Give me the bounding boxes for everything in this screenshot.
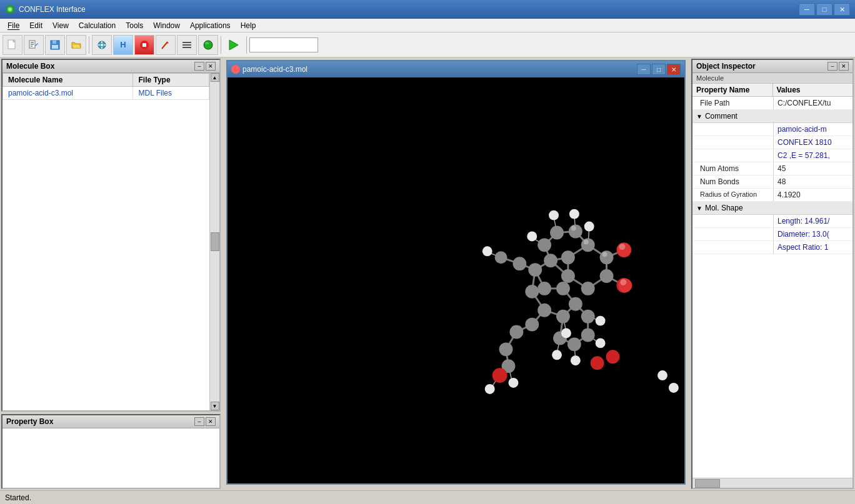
molecule-table: Molecule Name File Type pamoic-acid-c3.m… bbox=[2, 73, 209, 410]
comment-arrow-icon: ▼ bbox=[696, 113, 702, 120]
menu-edit[interactable]: Edit bbox=[24, 19, 48, 32]
inspector-val-comment3: C2 ,E = 57.281, bbox=[774, 149, 852, 162]
svg-point-126 bbox=[602, 252, 608, 257]
inspector-key-empty1 bbox=[692, 123, 774, 136]
scroll-thumb[interactable] bbox=[211, 232, 219, 251]
inspector-val-diameter: Diameter: 13.0( bbox=[774, 228, 852, 240]
menu-applications[interactable]: Applications bbox=[185, 19, 236, 32]
toolbar-search-input[interactable] bbox=[249, 37, 318, 52]
mol-minimize-btn[interactable]: ─ bbox=[637, 64, 651, 75]
toolbar-open-button[interactable] bbox=[66, 35, 86, 55]
mol-maximize-btn[interactable]: □ bbox=[652, 64, 666, 75]
property-box-header: Property Box – ✕ bbox=[2, 415, 219, 428]
title-bar: CONFLEX Interface ─ □ ✕ bbox=[0, 0, 855, 19]
inspector-row-numbonds: Num Bonds 48 bbox=[692, 175, 852, 189]
inspector-molshape-val3: Aspect Ratio: 1 bbox=[692, 241, 852, 254]
toolbar-draw-button[interactable] bbox=[156, 35, 176, 55]
molshape-arrow-icon: ▼ bbox=[696, 205, 702, 212]
minimize-button[interactable]: ─ bbox=[799, 3, 815, 16]
svg-rect-19 bbox=[142, 43, 146, 47]
molecule-box-header: Molecule Box – ✕ bbox=[2, 60, 219, 73]
inspector-columns: Property Name Values bbox=[692, 84, 852, 97]
table-row[interactable]: pamoic-acid-c3.mol MDL Files bbox=[3, 87, 209, 100]
inspector-molshape-val1: Length: 14.961/ bbox=[692, 215, 852, 228]
toolbar-hydrogen-button[interactable]: H bbox=[113, 35, 133, 55]
inspector-key-numatoms: Num Atoms bbox=[692, 162, 774, 175]
svg-point-127 bbox=[571, 226, 576, 231]
inspector-section-molshape[interactable]: ▼ Mol. Shape bbox=[692, 202, 852, 215]
svg-point-94 bbox=[556, 282, 570, 295]
menu-bar: File Edit View Calculation Tools Window … bbox=[0, 19, 855, 32]
svg-point-128 bbox=[619, 244, 625, 250]
toolbar-new-button[interactable] bbox=[2, 35, 22, 55]
inspector-minimize[interactable]: – bbox=[828, 62, 838, 71]
inspector-comment-val2: CONFLEX 1810 bbox=[692, 136, 852, 149]
molecule-box-minimize[interactable]: – bbox=[194, 62, 204, 71]
inspector-val-aspect: Aspect Ratio: 1 bbox=[774, 241, 852, 254]
svg-point-120 bbox=[508, 378, 518, 388]
menu-file[interactable]: File bbox=[2, 19, 24, 32]
mol-name-cell: pamoic-acid-c3.mol bbox=[3, 87, 133, 100]
property-box-close[interactable]: ✕ bbox=[206, 417, 216, 426]
inspector-val-numbonds: 48 bbox=[774, 175, 852, 188]
mol-close-btn[interactable]: ✕ bbox=[667, 64, 681, 75]
inspector-key-gyration: Radius of Gyration bbox=[692, 189, 774, 201]
inspector-comment-val3: C2 ,E = 57.281, bbox=[692, 149, 852, 162]
svg-point-121 bbox=[485, 384, 495, 394]
molecule-box-scrollbar[interactable]: ▲ ▼ bbox=[209, 73, 219, 410]
inspector-section-comment[interactable]: ▼ Comment bbox=[692, 110, 852, 123]
inspector-content: File Path C:/CONFLEX/tu ▼ Comment pamoic… bbox=[692, 97, 852, 478]
center-panel: pamoic-acid-c3.mol ─ □ ✕ bbox=[222, 57, 690, 490]
left-panel: Molecule Box – ✕ Molecule Name File Type bbox=[0, 57, 222, 490]
svg-point-107 bbox=[606, 350, 620, 363]
svg-point-112 bbox=[569, 209, 579, 219]
svg-point-85 bbox=[538, 238, 551, 252]
inspector-close[interactable]: ✕ bbox=[839, 62, 849, 71]
mol-type-cell: MDL Files bbox=[133, 87, 209, 100]
svg-point-122 bbox=[561, 329, 571, 338]
svg-rect-22 bbox=[182, 42, 191, 43]
svg-point-129 bbox=[620, 279, 626, 285]
svg-point-106 bbox=[492, 368, 508, 383]
svg-point-81 bbox=[561, 269, 575, 283]
svg-point-118 bbox=[571, 355, 581, 365]
toolbar-tools-button[interactable] bbox=[92, 35, 112, 55]
svg-point-98 bbox=[568, 337, 581, 351]
scroll-up-arrow[interactable]: ▲ bbox=[211, 73, 219, 82]
toolbar-sphere-button[interactable] bbox=[198, 35, 218, 55]
inspector-hscrollbar[interactable] bbox=[692, 478, 852, 488]
hscroll-thumb[interactable] bbox=[695, 479, 720, 488]
close-button[interactable]: ✕ bbox=[834, 3, 850, 16]
mol-col-type: File Type bbox=[133, 74, 209, 87]
toolbar-stop-button[interactable] bbox=[134, 35, 154, 55]
molecule-box-title: Molecule Box bbox=[6, 62, 54, 71]
svg-point-92 bbox=[556, 310, 570, 324]
svg-point-84 bbox=[550, 226, 564, 240]
toolbar-menu-button[interactable] bbox=[177, 35, 197, 55]
inspector-val-filepath: C:/CONFLEX/tu bbox=[774, 97, 852, 109]
molecule-box-close[interactable]: ✕ bbox=[206, 62, 216, 71]
svg-point-102 bbox=[499, 342, 513, 356]
inspector-val-numatoms: 45 bbox=[774, 162, 852, 175]
inspector-key-diameter bbox=[692, 228, 774, 240]
inspector-key-numbonds: Num Bonds bbox=[692, 175, 774, 188]
toolbar-edit-button[interactable] bbox=[24, 35, 44, 55]
toolbar-separator-1 bbox=[89, 36, 89, 54]
maximize-button[interactable]: □ bbox=[816, 3, 832, 16]
title-bar-controls: ─ □ ✕ bbox=[799, 3, 850, 16]
property-box-content bbox=[2, 428, 219, 488]
svg-point-113 bbox=[549, 210, 559, 220]
toolbar-run-button[interactable] bbox=[224, 35, 244, 55]
menu-help[interactable]: Help bbox=[236, 19, 261, 32]
menu-window[interactable]: Window bbox=[148, 19, 185, 32]
menu-calculation[interactable]: Calculation bbox=[74, 19, 121, 32]
menu-tools[interactable]: Tools bbox=[121, 19, 148, 32]
inspector-subheader: Molecule bbox=[692, 73, 852, 84]
svg-rect-24 bbox=[182, 47, 191, 48]
property-box-minimize[interactable]: – bbox=[194, 417, 204, 426]
menu-view[interactable]: View bbox=[48, 19, 74, 32]
toolbar-save-button[interactable] bbox=[45, 35, 65, 55]
property-box: Property Box – ✕ bbox=[1, 414, 221, 489]
svg-point-95 bbox=[538, 282, 551, 295]
scroll-down-arrow[interactable]: ▼ bbox=[211, 402, 219, 410]
